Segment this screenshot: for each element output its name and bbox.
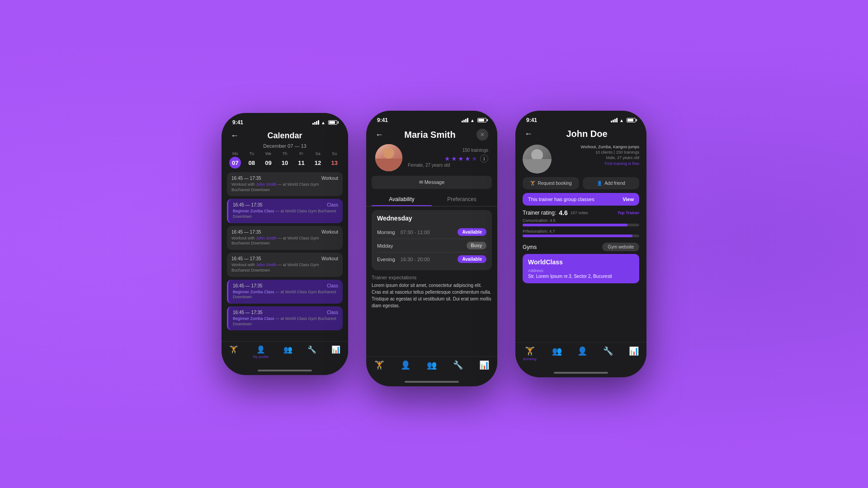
- p1-events-list: 16:45 — 17:35 Workout Workout with John …: [222, 172, 348, 341]
- p2-tab-availability[interactable]: Availability: [372, 193, 432, 206]
- p2-nav: 🏋 👤 👥 🔧 📊: [366, 356, 497, 379]
- status-icons-3: ▲: [611, 118, 636, 123]
- p2-back-button[interactable]: ←: [375, 130, 383, 140]
- notch-1: [258, 113, 312, 126]
- p3-gyms-section: Gyms Gym website WorldClass Address: Str…: [515, 243, 646, 286]
- p3-nav: 🏋 Booking 👥 👤 🔧 📊: [515, 342, 646, 370]
- time-1: 9:41: [232, 119, 243, 126]
- phone-3-screen: 9:41 ▲ ← John Doe: [515, 111, 646, 377]
- event-5[interactable]: 16:45 — 17:35 Class Beginner Zumba Class…: [227, 280, 343, 304]
- p2-nav-profile[interactable]: 👤: [401, 360, 410, 370]
- p3-comunication-label: Comunication: 4.5: [523, 218, 639, 223]
- p2-nav-stats[interactable]: 📊: [479, 360, 489, 370]
- p3-friend-label: Add friend: [604, 181, 625, 186]
- p1-day-sa[interactable]: Sa 12: [312, 151, 324, 169]
- p3-request-booking-button[interactable]: 🏋 Request booking: [523, 177, 579, 189]
- p3-group-banner[interactable]: This trainer has group classes View: [523, 193, 639, 206]
- p3-professionalism-label: Prfesionalism: 4.7: [523, 229, 639, 234]
- p3-title: John Doe: [536, 129, 637, 139]
- battery-3: [627, 118, 636, 122]
- p2-sub: Female, 27 years old: [408, 163, 488, 168]
- event-3[interactable]: 16:45 — 17:35 Workout Workout with John …: [227, 226, 343, 250]
- phone-2: 9:41 ▲ ← Maria Smith ✕: [366, 111, 497, 386]
- p1-nav-profile[interactable]: 👤 My profile: [253, 345, 269, 359]
- p2-stars: ★ ★ ★ ★ ★ ℹ: [408, 155, 488, 163]
- p3-top-trainer-badge: Top Trainer: [618, 211, 639, 215]
- p2-availability-card: Wednesday Morning 07:30 - 11:00 Availabl…: [372, 210, 492, 270]
- p1-nav-stats[interactable]: 📊: [331, 345, 340, 359]
- p3-specialties: Workout, Zumba, Kangoo-jumps: [556, 145, 639, 149]
- p3-view-button[interactable]: View: [623, 197, 634, 202]
- battery-1: [328, 120, 337, 125]
- p1-day-tu[interactable]: Tu 08: [246, 151, 258, 169]
- p3-bar-comunication: Comunication: 4.5: [523, 218, 639, 226]
- time-3: 9:41: [526, 117, 537, 123]
- p3-profile: Workout, Zumba, Kangoo-jumps 10 clients …: [515, 141, 646, 177]
- notch-2: [405, 111, 459, 123]
- p1-day-th[interactable]: Th 10: [279, 151, 291, 169]
- p2-nav-tools[interactable]: 🔧: [453, 360, 463, 370]
- p3-gyms-row: Gyms Gym website: [523, 243, 639, 251]
- home-indicator-3: [554, 372, 608, 374]
- notch-3: [554, 111, 608, 123]
- status-icons-1: ▲: [312, 120, 337, 125]
- p2-avatar: [375, 144, 402, 171]
- p3-votes: 157 votes: [571, 211, 588, 215]
- p3-nav-booking[interactable]: 🏋 Booking: [523, 346, 536, 361]
- p3-actions: 🏋 Request booking 👤 Add friend: [515, 177, 646, 193]
- p3-info: Workout, Zumba, Kangoo-jumps 10 clients …: [556, 145, 639, 166]
- p2-close-button[interactable]: ✕: [476, 129, 488, 141]
- p2-info-button[interactable]: ℹ: [480, 155, 488, 163]
- p1-day-mo[interactable]: Mo 07: [229, 151, 241, 169]
- p3-gym-addr-label: Address:: [528, 268, 634, 273]
- p1-nav-tools[interactable]: 🔧: [307, 345, 316, 359]
- p3-gym-address: Str. Lorem Ipsum nr.3, Sector 2, Bucures…: [528, 274, 634, 279]
- p2-profile: 150 trainings ★ ★ ★ ★ ★ ℹ Female, 27 yea…: [366, 144, 497, 176]
- p3-gym-website-button[interactable]: Gym website: [602, 243, 639, 251]
- p1-day-we[interactable]: We 09: [262, 151, 274, 169]
- p2-badge-morning: Available: [458, 228, 486, 236]
- p2-slot-morning: Morning 07:30 - 11:00 Available: [377, 225, 486, 239]
- p3-rating-row: Trainer rating: 4.6 157 votes Top Traine…: [523, 209, 639, 216]
- event-4[interactable]: 16:45 — 17:35 Workout Workout with John …: [227, 253, 343, 277]
- p2-tab-preferances[interactable]: Preferances: [432, 193, 492, 206]
- p2-nav-friends[interactable]: 👥: [427, 360, 437, 370]
- p1-day-su[interactable]: Su 13: [329, 151, 340, 169]
- p2-nav-home[interactable]: 🏋: [374, 360, 384, 370]
- p3-nav-stats[interactable]: 📊: [629, 346, 639, 361]
- phone-1: 9:41 ▲ ← Calendar December 07 — 13: [222, 113, 348, 375]
- p1-date-range: December 07 — 13: [222, 142, 348, 151]
- p1-nav-friends[interactable]: 👥: [283, 345, 292, 359]
- p2-slot-evening: Evening 16:30 - 20:00 Available: [377, 253, 486, 266]
- p2-expectations-text: Lorem ipsum dolor sit amet, consectetur …: [366, 282, 497, 309]
- p3-first-training: First training is free: [556, 161, 639, 166]
- p2-tabs: Availability Preferances: [366, 193, 497, 206]
- p3-nav-friends[interactable]: 👥: [552, 346, 562, 361]
- p2-message-button[interactable]: ✉ Message: [372, 176, 492, 189]
- wifi-icon-1: ▲: [321, 120, 326, 125]
- p3-gym-card[interactable]: WorldClass Address: Str. Lorem Ipsum nr.…: [523, 254, 639, 283]
- p1-day-fr[interactable]: Fr 11: [296, 151, 307, 169]
- phones-container: 9:41 ▲ ← Calendar December 07 — 13: [222, 102, 646, 386]
- p3-rating-section: Trainer rating: 4.6 157 votes Top Traine…: [515, 209, 646, 243]
- p2-slot-midday: Midday Busy: [377, 239, 486, 253]
- p3-nav-profile[interactable]: 👤: [577, 346, 587, 361]
- p3-back-button[interactable]: ←: [524, 129, 533, 139]
- p1-title: Calendar: [267, 131, 302, 141]
- event-2[interactable]: 16:45 — 17:35 Class Beginner Zumba Class…: [227, 199, 343, 223]
- phone-1-screen: 9:41 ▲ ← Calendar December 07 — 13: [222, 113, 348, 375]
- event-6[interactable]: 16:45 — 17:35 Class Beginner Zumba Class…: [227, 306, 343, 330]
- p3-bar-professionalism: Prfesionalism: 4.7: [523, 229, 639, 237]
- p3-add-friend-button[interactable]: 👤 Add friend: [583, 177, 639, 189]
- p2-badge-evening: Available: [458, 255, 486, 263]
- p1-back-button[interactable]: ←: [231, 131, 239, 141]
- time-2: 9:41: [377, 117, 388, 123]
- p3-gender-age: Male, 27 years old: [556, 155, 639, 160]
- p1-nav-home[interactable]: 🏋: [229, 345, 238, 359]
- event-1[interactable]: 16:45 — 17:35 Workout Workout with John …: [227, 172, 343, 196]
- p1-header: ← Calendar: [222, 127, 348, 142]
- phone-3: 9:41 ▲ ← John Doe: [515, 111, 646, 377]
- p3-nav-tools[interactable]: 🔧: [603, 346, 613, 361]
- p3-booking-label: Request booking: [538, 181, 571, 186]
- p3-avatar: [523, 145, 552, 174]
